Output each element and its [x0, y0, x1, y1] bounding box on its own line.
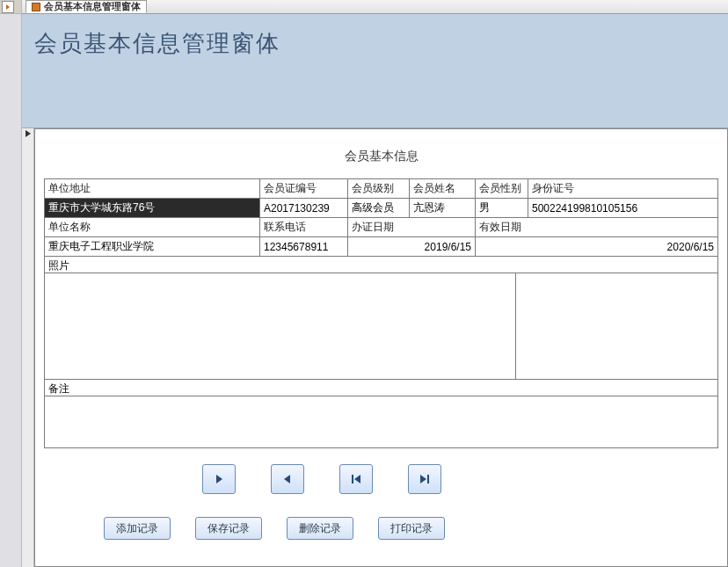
photo-slot [45, 273, 516, 379]
value-id-no[interactable]: 500224199810105156 [528, 199, 718, 218]
table-row: 重庆市大学城东路76号 A2017130239 高级会员 亢恩涛 男 50022… [45, 199, 718, 218]
document-tabs: 会员基本信息管理窗体 [22, 0, 728, 14]
delete-button-label: 删除记录 [299, 521, 341, 536]
svg-rect-0 [352, 475, 353, 483]
left-gutter [0, 0, 22, 567]
label-id-no: 身份证号 [528, 179, 718, 199]
active-tab[interactable]: 会员基本信息管理窗体 [25, 0, 147, 13]
note-frame[interactable] [44, 396, 718, 448]
section-title: 会员基本信息 [35, 138, 727, 178]
print-button[interactable]: 打印记录 [378, 517, 445, 540]
table-row: 重庆电子工程职业学院 12345678911 2019/6/15 2020/6/… [45, 237, 718, 257]
delete-button[interactable]: 删除记录 [287, 517, 353, 540]
form-body: 会员基本信息 单位地址 会员证编号 会员级别 会员姓名 会员性别 身份证号 [34, 128, 728, 567]
record-selector[interactable] [22, 128, 34, 567]
label-expire-date: 有效日期 [476, 218, 718, 237]
nav-last-button[interactable] [408, 464, 441, 494]
nav-next-button[interactable] [202, 464, 236, 494]
print-button-label: 打印记录 [390, 521, 433, 536]
value-phone[interactable]: 12345678911 [260, 237, 348, 257]
nav-row [35, 464, 727, 494]
tab-title: 会员基本信息管理窗体 [44, 0, 141, 13]
label-org: 单位名称 [45, 218, 260, 237]
label-phone: 联系电话 [260, 218, 348, 237]
play-icon [213, 473, 225, 485]
label-note: 备注 [44, 380, 718, 396]
nav-first-button[interactable] [339, 464, 373, 494]
photo-frame[interactable] [44, 273, 718, 380]
label-photo: 照片 [44, 257, 718, 273]
label-card-no: 会员证编号 [260, 179, 348, 199]
tab-gutter-top [0, 0, 21, 14]
save-button-label: 保存记录 [207, 521, 250, 536]
app-root: 会员基本信息管理窗体 会员基本信息管理窗体 会员基本信息 单位地址 会员证编号 [0, 0, 728, 567]
value-gender[interactable]: 男 [476, 199, 528, 218]
form-icon [32, 3, 40, 11]
label-gender: 会员性别 [476, 179, 528, 199]
page-title: 会员基本信息管理窗体 [34, 28, 280, 59]
detail-wrap: 会员基本信息 单位地址 会员证编号 会员级别 会员姓名 会员性别 身份证号 [22, 128, 728, 567]
action-row: 添加记录 保存记录 删除记录 打印记录 [35, 517, 727, 540]
value-addr[interactable]: 重庆市大学城东路76号 [45, 199, 260, 218]
save-button[interactable]: 保存记录 [195, 517, 262, 540]
skip-last-icon [419, 473, 431, 485]
label-name: 会员姓名 [410, 179, 476, 199]
nav-prev-button[interactable] [271, 464, 304, 494]
info-grid-1: 单位地址 会员证编号 会员级别 会员姓名 会员性别 身份证号 重庆市大学城东路7… [44, 178, 718, 257]
value-level[interactable]: 高级会员 [348, 199, 410, 218]
label-issue-date: 办证日期 [348, 218, 476, 237]
add-button[interactable]: 添加记录 [104, 517, 171, 540]
nav-pane-icon[interactable] [2, 1, 14, 13]
label-addr: 单位地址 [45, 179, 260, 199]
label-level: 会员级别 [348, 179, 410, 199]
form-header: 会员基本信息管理窗体 [22, 14, 728, 128]
value-card-no[interactable]: A2017130239 [260, 199, 348, 218]
skip-first-icon [350, 473, 362, 485]
svg-rect-1 [427, 475, 429, 483]
value-org[interactable]: 重庆电子工程职业学院 [45, 237, 260, 257]
table-row: 单位地址 会员证编号 会员级别 会员姓名 会员性别 身份证号 [45, 179, 718, 199]
value-issue-date[interactable]: 2019/6/15 [348, 237, 476, 257]
value-expire-date[interactable]: 2020/6/15 [476, 237, 718, 257]
main-column: 会员基本信息管理窗体 会员基本信息管理窗体 会员基本信息 单位地址 会员证编号 [22, 0, 728, 567]
value-name[interactable]: 亢恩涛 [410, 199, 476, 218]
add-button-label: 添加记录 [116, 521, 158, 536]
play-reverse-icon [281, 473, 294, 485]
table-row: 单位名称 联系电话 办证日期 有效日期 [45, 218, 718, 237]
